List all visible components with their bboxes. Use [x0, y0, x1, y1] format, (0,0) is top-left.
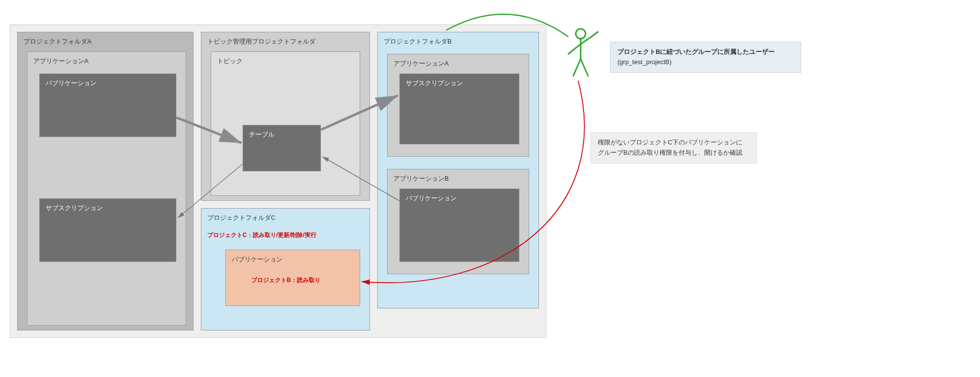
- publication-a: パブリケーション: [39, 73, 176, 137]
- publication-c-permission: プロジェクトB：読み取り: [251, 276, 354, 284]
- subscription-b: サブスクリプション: [399, 73, 519, 144]
- publication-c-label: パブリケーション: [232, 255, 354, 264]
- project-folder-a-title: プロジェクトフォルダA: [24, 37, 187, 46]
- topic-title: トピック: [217, 57, 354, 66]
- publication-a-label: パブリケーション: [46, 79, 170, 88]
- note-line2: グループBの読み取り権限を付与し、開けるか確認: [598, 149, 742, 156]
- svg-line-3: [581, 59, 588, 76]
- subscription-a-label: サブスクリプション: [46, 204, 170, 212]
- table-label: テーブル: [249, 130, 315, 139]
- svg-point-0: [576, 29, 586, 39]
- user-callout-line2: (grp_test_projectB): [617, 58, 672, 66]
- subscription-a: サブスクリプション: [39, 198, 176, 262]
- project-c-permissions: プロジェクトC：読み取り/更新/削除/実行: [207, 231, 364, 239]
- svg-line-6: [591, 32, 598, 37]
- svg-line-5: [581, 37, 591, 44]
- project-folder-b-title: プロジェクトフォルダB: [384, 37, 533, 46]
- svg-line-2: [573, 59, 581, 76]
- topic-container: トピック: [211, 51, 360, 196]
- user-icon: [561, 27, 600, 81]
- publication-b-label: パブリケーション: [406, 194, 513, 203]
- application-a-right-title: アプリケーションA: [393, 59, 523, 68]
- project-folder-c-title: プロジェクトフォルダC: [207, 213, 364, 222]
- topic-management-folder-title: トピック管理用プロジェクトフォルダ: [207, 37, 364, 46]
- application-a-left-title: アプリケーションA: [33, 57, 180, 66]
- user-callout: プロジェクトBに紐づいたグループに所属したユーザー (grp_test_proj…: [610, 42, 801, 73]
- publication-c: パブリケーション プロジェクトB：読み取り: [225, 250, 360, 306]
- diagram-canvas: プロジェクトフォルダA アプリケーションA パブリケーション サブスクリプション…: [0, 0, 980, 377]
- table-node: テーブル: [243, 125, 321, 171]
- user-callout-line1: プロジェクトBに紐づいたグループに所属したユーザー: [617, 48, 775, 55]
- note-callout: 権限がないプロジェクトC下のパブリケーションに グループBの読み取り権限を付与し…: [590, 132, 757, 164]
- svg-line-4: [568, 44, 581, 54]
- application-b-right-title: アプリケーションB: [393, 174, 523, 183]
- subscription-b-label: サブスクリプション: [406, 79, 513, 88]
- note-line1: 権限がないプロジェクトC下のパブリケーションに: [598, 139, 742, 146]
- publication-b: パブリケーション: [399, 188, 519, 262]
